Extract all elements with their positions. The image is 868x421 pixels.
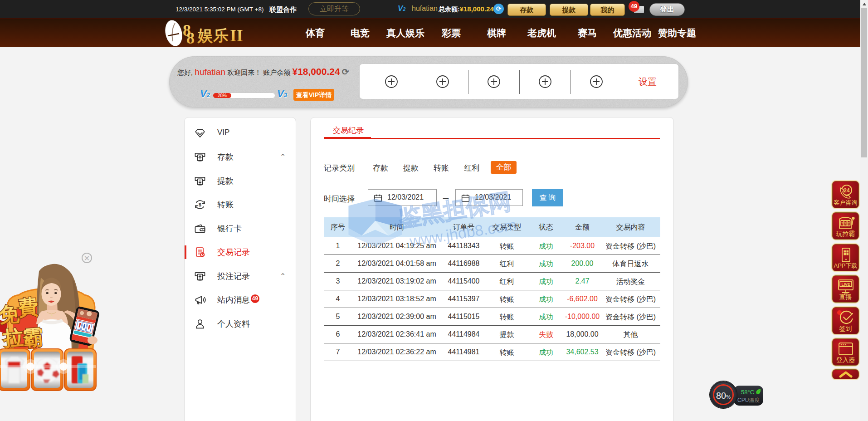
svg-text:費: 費 [16, 295, 39, 320]
svg-text:霸: 霸 [22, 325, 44, 350]
svg-text:$: $ [199, 202, 201, 207]
svg-text:娱乐: 娱乐 [197, 27, 229, 44]
svg-text:7: 7 [847, 221, 849, 225]
svg-text:7: 7 [844, 221, 846, 225]
svg-text:II: II [230, 26, 243, 45]
svg-text:7: 7 [841, 221, 843, 225]
svg-text:LIVE: LIVE [841, 282, 850, 287]
svg-text:24: 24 [844, 187, 850, 194]
svg-text:拉: 拉 [1, 325, 24, 350]
svg-text:8: 8 [186, 29, 195, 47]
